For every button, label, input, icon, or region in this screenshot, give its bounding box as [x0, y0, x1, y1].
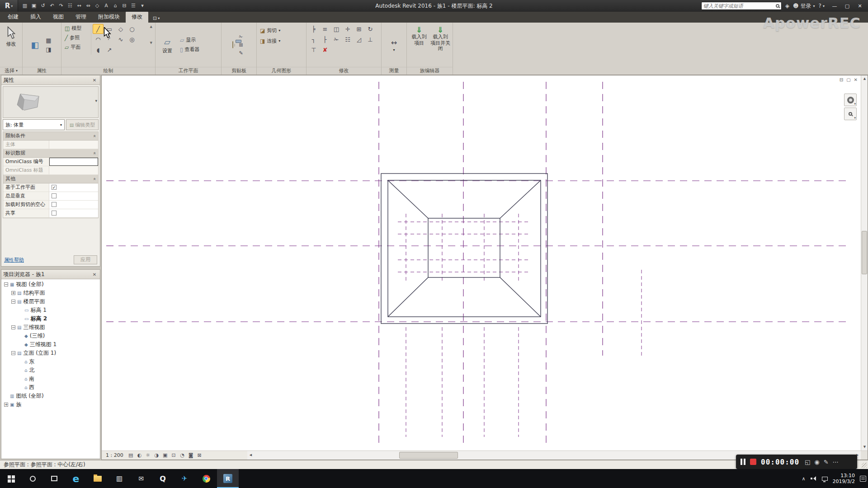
task-view-button[interactable] — [43, 469, 65, 488]
properties-help-link[interactable]: 属性帮助 — [4, 257, 24, 263]
line-tool[interactable]: ╱ — [93, 24, 104, 34]
screenshot-icon[interactable]: ◉ — [814, 459, 819, 465]
set-work-plane-button[interactable]: ▱ 设置 — [157, 35, 177, 55]
checkbox[interactable]: ✓ — [52, 185, 57, 190]
network-icon[interactable] — [822, 477, 828, 481]
view-minimize-icon[interactable]: ⊟ — [840, 77, 843, 82]
model-line-mode[interactable]: ◫模型 — [63, 24, 90, 33]
properties-panel-label[interactable]: 属性 — [23, 67, 61, 75]
tree-item-11[interactable]: ⌂北 — [1, 366, 100, 375]
pause-button[interactable] — [741, 459, 745, 465]
help-button[interactable]: ? ▾ — [819, 3, 825, 9]
family-editor-panel-label[interactable]: 族编辑器 — [407, 67, 453, 75]
family-types-icon[interactable]: ▦ — [43, 36, 54, 44]
resize-grip[interactable] — [862, 463, 867, 468]
print-icon[interactable]: ☷ — [66, 2, 74, 10]
mirror-tool[interactable]: ◫ — [331, 24, 342, 34]
property-section-1[interactable]: 限制条件« — [3, 132, 98, 141]
split-tool[interactable]: ✁ — [331, 34, 342, 44]
tree-item-8[interactable]: ◆三维视图 1 — [1, 340, 100, 349]
paste-button[interactable] — [231, 42, 234, 48]
view-restore-icon[interactable]: ▢ — [846, 77, 850, 82]
tree-item-10[interactable]: ⌂东 — [1, 357, 100, 366]
array-tool[interactable]: ☷ — [342, 34, 353, 44]
undo-icon[interactable]: ↶ — [48, 2, 56, 10]
restore-button[interactable]: ▢ — [841, 1, 854, 11]
collapse-icon[interactable]: − — [11, 300, 15, 304]
pick-line-tool[interactable]: ↗ — [104, 45, 115, 55]
show-work-plane-button[interactable]: ▱ 显示 — [179, 36, 201, 44]
recorder-panel-icon[interactable]: ◱ — [805, 459, 810, 465]
tools-scroll-down-icon[interactable]: ▼ — [150, 41, 152, 45]
properties-close-icon[interactable]: ✕ — [91, 78, 98, 83]
drawing-svg[interactable] — [102, 75, 862, 451]
collapse-icon[interactable]: − — [11, 325, 15, 329]
draw-panel-label[interactable]: 绘制 — [61, 67, 155, 75]
tree-item-3[interactable]: −▤楼层平面 — [1, 297, 100, 306]
annotate-icon[interactable]: ✎ — [824, 459, 829, 465]
taskbar-clock[interactable]: 13:10 2019/3/2 — [833, 473, 855, 484]
help-search-box[interactable] — [701, 2, 782, 10]
show-crop-region-icon[interactable]: ⊡ — [170, 452, 178, 459]
property-value[interactable] — [49, 201, 98, 209]
ribbon-tab-3[interactable]: 视图 — [47, 11, 70, 23]
section-icon[interactable]: ⊟ — [120, 2, 128, 10]
visual-style-icon[interactable]: ◐ — [136, 452, 143, 459]
ribbon-tab-5[interactable]: 附加模块 — [92, 11, 126, 23]
match-type-icon[interactable]: ✎ — [236, 49, 246, 56]
family-type-selector[interactable]: 族: 体量 ▾ — [3, 119, 65, 130]
apply-button[interactable]: 应用 — [74, 255, 97, 264]
sync-icon[interactable]: ↺ — [39, 2, 47, 10]
action-center-button[interactable] — [860, 476, 866, 482]
tim-icon[interactable]: ✈ — [174, 469, 195, 488]
unpin-tool[interactable]: ⊤ — [308, 45, 319, 55]
tag-icon[interactable]: ◇ — [93, 2, 101, 10]
store-icon[interactable]: ▥ — [108, 469, 130, 488]
preview-dropdown-icon[interactable]: ▾ — [95, 99, 97, 103]
property-value[interactable] — [49, 192, 98, 200]
offset-tool[interactable]: ≡ — [320, 24, 330, 34]
ribbon-display-toggle[interactable]: ⊡ ▾ — [153, 15, 160, 21]
default-3d-view-icon[interactable]: ⌂ — [111, 2, 119, 10]
property-section-6[interactable]: 其他« — [3, 175, 98, 183]
steering-wheel-button[interactable]: ▾ — [844, 94, 857, 106]
measure-panel-label[interactable]: 测量 — [382, 67, 406, 75]
project-browser-close-icon[interactable]: ✕ — [91, 272, 98, 277]
cut-icon[interactable]: ✁ — [236, 33, 246, 40]
start-button[interactable] — [0, 469, 22, 488]
circle-tool[interactable]: ○ — [127, 24, 137, 34]
align-tool[interactable]: ╞ — [308, 24, 319, 34]
view-scale-button[interactable]: 1 : 200 — [104, 452, 126, 459]
trim-tool[interactable]: ┐ — [308, 34, 319, 44]
tree-item-14[interactable]: ▥图纸 (全部) — [1, 392, 100, 400]
chrome-icon[interactable] — [195, 469, 217, 488]
file-explorer-icon[interactable] — [87, 469, 108, 488]
expand-icon[interactable]: + — [11, 291, 15, 295]
collapse-icon[interactable]: − — [4, 282, 8, 286]
property-section-3[interactable]: 标识数据« — [3, 149, 98, 158]
more-tools-icon[interactable]: ⋯ — [833, 459, 839, 465]
zoom-button[interactable]: ▾ — [844, 108, 857, 120]
tree-item-4[interactable]: ▭标高 1 — [1, 306, 100, 314]
tree-item-15[interactable]: +▣族 — [1, 400, 100, 409]
vertical-scrollbar[interactable]: ▲ ▼ — [861, 75, 868, 450]
sign-in-button[interactable]: ☻ 登录 ▾ — [793, 2, 815, 10]
edit-type-button[interactable]: ▤ 编辑类型 — [66, 119, 99, 130]
checkbox[interactable] — [52, 193, 57, 198]
open-icon[interactable]: ▥ — [21, 2, 29, 10]
pin-tool[interactable]: ⊥ — [365, 34, 376, 44]
checkbox[interactable] — [52, 202, 57, 207]
tree-item-5[interactable]: ▭标高 2 — [1, 314, 100, 323]
load-into-project-and-close-button[interactable]: ⇓ 载入到 项目并关闭 — [430, 24, 451, 52]
delete-tool[interactable]: ✘ — [320, 45, 330, 55]
polygon-tool[interactable]: ◇ — [115, 24, 126, 34]
rectangle-tool[interactable]: ▭ — [104, 24, 115, 34]
search-icon[interactable] — [776, 4, 779, 8]
exchange-apps-icon[interactable]: ◈ — [785, 3, 789, 9]
ribbon-tab-2[interactable]: 插入 — [24, 11, 47, 23]
collapse-chevron-icon[interactable]: « — [90, 178, 99, 180]
tree-item-6[interactable]: −▤三维视图 — [1, 323, 100, 332]
aligned-dimension-icon[interactable]: ⇔ — [84, 2, 92, 10]
property-value[interactable] — [49, 166, 98, 174]
tools-scroll-up-icon[interactable]: ▲ — [150, 25, 152, 28]
